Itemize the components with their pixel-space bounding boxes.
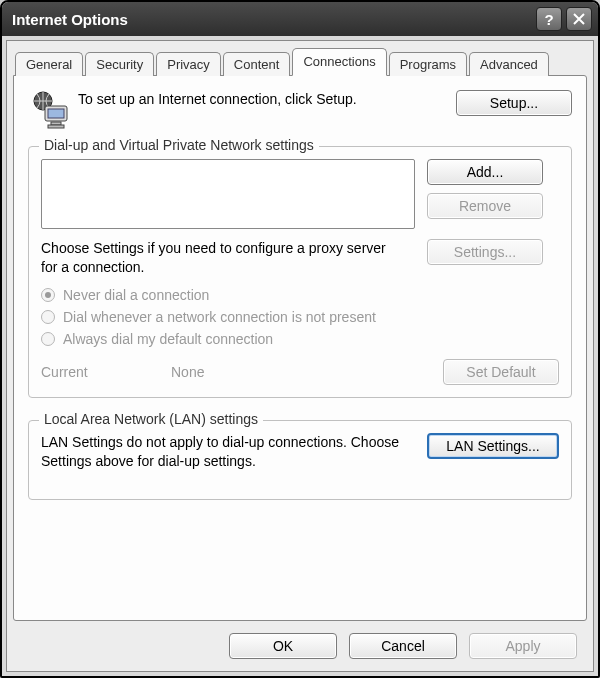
tab-privacy[interactable]: Privacy [156, 52, 221, 76]
internet-options-window: Internet Options ? General Security Priv… [0, 0, 600, 678]
tab-general[interactable]: General [15, 52, 83, 76]
settings-button: Settings... [427, 239, 543, 265]
svg-rect-2 [48, 109, 64, 118]
lan-settings-button[interactable]: LAN Settings... [427, 433, 559, 459]
add-button[interactable]: Add... [427, 159, 543, 185]
radio-dial-whenever: Dial whenever a network connection is no… [41, 309, 559, 325]
tab-strip: General Security Privacy Content Connect… [15, 47, 587, 75]
connection-wizard-icon [28, 90, 72, 130]
lan-group: Local Area Network (LAN) settings LAN Se… [28, 420, 572, 500]
lan-legend: Local Area Network (LAN) settings [39, 411, 263, 427]
setup-button[interactable]: Setup... [456, 90, 572, 116]
intro-text: To set up an Internet connection, click … [72, 90, 456, 108]
tab-programs[interactable]: Programs [389, 52, 467, 76]
tab-advanced[interactable]: Advanced [469, 52, 549, 76]
dialup-group: Dial-up and Virtual Private Network sett… [28, 146, 572, 398]
radio-icon [41, 310, 55, 324]
ok-button[interactable]: OK [229, 633, 337, 659]
dialup-legend: Dial-up and Virtual Private Network sett… [39, 137, 319, 153]
radio-always-label: Always dial my default connection [63, 331, 273, 347]
tab-page-connections: To set up an Internet connection, click … [13, 75, 587, 621]
radio-always-dial: Always dial my default connection [41, 331, 559, 347]
radio-whenever-label: Dial whenever a network connection is no… [63, 309, 376, 325]
close-icon [572, 12, 586, 26]
tab-content[interactable]: Content [223, 52, 291, 76]
current-label: Current [41, 364, 171, 380]
choose-settings-text: Choose Settings if you need to configure… [41, 239, 415, 277]
current-value: None [171, 364, 443, 380]
client-area: General Security Privacy Content Connect… [6, 40, 594, 672]
radio-icon [41, 288, 55, 302]
tab-connections[interactable]: Connections [292, 48, 386, 76]
dial-radio-group: Never dial a connection Dial whenever a … [41, 287, 559, 347]
help-button[interactable]: ? [536, 7, 562, 31]
lan-text: LAN Settings do not apply to dial-up con… [41, 433, 427, 471]
titlebar: Internet Options ? [2, 2, 598, 36]
radio-icon [41, 332, 55, 346]
tab-security[interactable]: Security [85, 52, 154, 76]
apply-button: Apply [469, 633, 577, 659]
remove-button: Remove [427, 193, 543, 219]
window-title: Internet Options [12, 11, 532, 28]
dialog-button-row: OK Cancel Apply [13, 621, 587, 671]
dialup-list[interactable] [41, 159, 415, 229]
intro-row: To set up an Internet connection, click … [28, 90, 572, 130]
svg-rect-4 [48, 125, 64, 128]
set-default-button: Set Default [443, 359, 559, 385]
close-button[interactable] [566, 7, 592, 31]
help-icon: ? [544, 11, 553, 28]
radio-never-label: Never dial a connection [63, 287, 209, 303]
radio-never-dial: Never dial a connection [41, 287, 559, 303]
cancel-button[interactable]: Cancel [349, 633, 457, 659]
